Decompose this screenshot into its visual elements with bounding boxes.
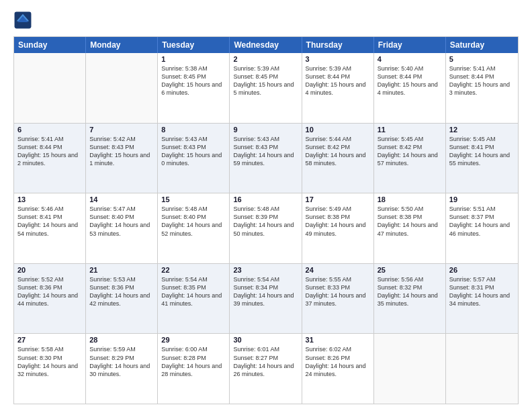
day-number: 28 [89, 336, 154, 344]
calendar-cell: 6Sunrise: 5:41 AM Sunset: 8:44 PM Daylig… [14, 124, 86, 193]
day-number: 7 [89, 126, 154, 134]
calendar-cell: 22Sunrise: 5:54 AM Sunset: 8:35 PM Dayli… [158, 264, 230, 334]
day-info: Sunrise: 5:59 AM Sunset: 8:29 PM Dayligh… [89, 345, 154, 378]
svg-rect-3 [17, 22, 28, 26]
day-number: 21 [89, 266, 154, 274]
day-number: 27 [17, 336, 82, 344]
calendar-cell: 26Sunrise: 5:57 AM Sunset: 8:31 PM Dayli… [446, 264, 518, 334]
day-number: 19 [449, 195, 515, 203]
calendar-cell: 13Sunrise: 5:46 AM Sunset: 8:41 PM Dayli… [14, 193, 86, 263]
day-info: Sunrise: 5:50 AM Sunset: 8:38 PM Dayligh… [378, 205, 442, 238]
day-info: Sunrise: 5:45 AM Sunset: 8:42 PM Dayligh… [378, 135, 442, 168]
logo [13, 11, 35, 30]
day-number: 6 [17, 126, 82, 134]
day-number: 25 [378, 266, 442, 274]
header-cell-tuesday: Tuesday [158, 37, 230, 53]
calendar-header: SundayMondayTuesdayWednesdayThursdayFrid… [14, 37, 518, 53]
day-number: 4 [378, 55, 442, 63]
day-number: 16 [233, 195, 298, 203]
day-info: Sunrise: 5:57 AM Sunset: 8:31 PM Dayligh… [449, 275, 515, 308]
day-info: Sunrise: 5:43 AM Sunset: 8:43 PM Dayligh… [161, 135, 226, 168]
day-number: 12 [449, 126, 515, 134]
day-info: Sunrise: 5:48 AM Sunset: 8:39 PM Dayligh… [233, 205, 298, 238]
day-info: Sunrise: 5:56 AM Sunset: 8:32 PM Dayligh… [378, 275, 442, 308]
calendar-cell [14, 53, 86, 123]
day-number: 23 [233, 266, 298, 274]
day-number: 20 [17, 266, 82, 274]
day-number: 29 [161, 336, 226, 344]
calendar-cell: 15Sunrise: 5:48 AM Sunset: 8:40 PM Dayli… [158, 193, 230, 263]
header-cell-thursday: Thursday [302, 37, 374, 53]
day-info: Sunrise: 5:39 AM Sunset: 8:45 PM Dayligh… [233, 64, 298, 97]
day-info: Sunrise: 5:53 AM Sunset: 8:36 PM Dayligh… [89, 275, 154, 308]
header-cell-monday: Monday [86, 37, 158, 53]
header-cell-saturday: Saturday [446, 37, 518, 53]
calendar-cell: 1Sunrise: 5:38 AM Sunset: 8:45 PM Daylig… [158, 53, 230, 123]
calendar-cell: 31Sunrise: 6:02 AM Sunset: 8:26 PM Dayli… [302, 334, 374, 404]
day-number: 24 [306, 266, 370, 274]
day-number: 18 [378, 195, 442, 203]
day-info: Sunrise: 5:42 AM Sunset: 8:43 PM Dayligh… [89, 135, 154, 168]
day-info: Sunrise: 5:48 AM Sunset: 8:40 PM Dayligh… [161, 205, 226, 238]
day-number: 3 [306, 55, 370, 63]
calendar-cell [374, 334, 446, 404]
day-info: Sunrise: 5:40 AM Sunset: 8:44 PM Dayligh… [378, 64, 442, 97]
day-number: 22 [161, 266, 226, 274]
calendar-cell: 29Sunrise: 6:00 AM Sunset: 8:28 PM Dayli… [158, 334, 230, 404]
day-info: Sunrise: 5:52 AM Sunset: 8:36 PM Dayligh… [17, 275, 82, 308]
calendar-cell: 12Sunrise: 5:45 AM Sunset: 8:41 PM Dayli… [446, 124, 518, 193]
calendar-cell: 24Sunrise: 5:55 AM Sunset: 8:33 PM Dayli… [302, 264, 374, 334]
calendar-cell: 25Sunrise: 5:56 AM Sunset: 8:32 PM Dayli… [374, 264, 446, 334]
calendar-cell: 4Sunrise: 5:40 AM Sunset: 8:44 PM Daylig… [374, 53, 446, 123]
day-info: Sunrise: 5:43 AM Sunset: 8:43 PM Dayligh… [233, 135, 298, 168]
day-number: 9 [233, 126, 298, 134]
calendar-cell [446, 334, 518, 404]
day-number: 1 [161, 55, 226, 63]
calendar-cell: 19Sunrise: 5:51 AM Sunset: 8:37 PM Dayli… [446, 193, 518, 263]
header-cell-wednesday: Wednesday [230, 37, 302, 53]
day-number: 11 [378, 126, 442, 134]
calendar-cell: 21Sunrise: 5:53 AM Sunset: 8:36 PM Dayli… [86, 264, 158, 334]
day-number: 30 [233, 336, 298, 344]
day-info: Sunrise: 5:38 AM Sunset: 8:45 PM Dayligh… [161, 64, 226, 97]
logo-icon [13, 11, 32, 30]
day-info: Sunrise: 5:41 AM Sunset: 8:44 PM Dayligh… [17, 135, 82, 168]
day-info: Sunrise: 6:02 AM Sunset: 8:26 PM Dayligh… [306, 345, 370, 378]
calendar-cell: 2Sunrise: 5:39 AM Sunset: 8:45 PM Daylig… [230, 53, 302, 123]
calendar-row: 27Sunrise: 5:58 AM Sunset: 8:30 PM Dayli… [14, 334, 518, 404]
calendar-cell: 18Sunrise: 5:50 AM Sunset: 8:38 PM Dayli… [374, 193, 446, 263]
calendar-cell: 30Sunrise: 6:01 AM Sunset: 8:27 PM Dayli… [230, 334, 302, 404]
header-cell-sunday: Sunday [14, 37, 86, 53]
calendar-cell: 7Sunrise: 5:42 AM Sunset: 8:43 PM Daylig… [86, 124, 158, 193]
calendar-cell: 14Sunrise: 5:47 AM Sunset: 8:40 PM Dayli… [86, 193, 158, 263]
day-number: 13 [17, 195, 82, 203]
day-info: Sunrise: 5:41 AM Sunset: 8:44 PM Dayligh… [449, 64, 515, 97]
calendar-cell: 9Sunrise: 5:43 AM Sunset: 8:43 PM Daylig… [230, 124, 302, 193]
day-number: 17 [306, 195, 370, 203]
calendar-cell: 27Sunrise: 5:58 AM Sunset: 8:30 PM Dayli… [14, 334, 86, 404]
day-info: Sunrise: 5:45 AM Sunset: 8:41 PM Dayligh… [449, 135, 515, 168]
calendar-cell: 23Sunrise: 5:54 AM Sunset: 8:34 PM Dayli… [230, 264, 302, 334]
day-info: Sunrise: 5:54 AM Sunset: 8:34 PM Dayligh… [233, 275, 298, 308]
day-info: Sunrise: 5:54 AM Sunset: 8:35 PM Dayligh… [161, 275, 226, 308]
day-number: 2 [233, 55, 298, 63]
calendar-cell: 11Sunrise: 5:45 AM Sunset: 8:42 PM Dayli… [374, 124, 446, 193]
day-info: Sunrise: 5:58 AM Sunset: 8:30 PM Dayligh… [17, 345, 82, 378]
calendar-cell: 28Sunrise: 5:59 AM Sunset: 8:29 PM Dayli… [86, 334, 158, 404]
calendar: SundayMondayTuesdayWednesdayThursdayFrid… [13, 36, 519, 404]
calendar-cell: 16Sunrise: 5:48 AM Sunset: 8:39 PM Dayli… [230, 193, 302, 263]
day-info: Sunrise: 5:46 AM Sunset: 8:41 PM Dayligh… [17, 205, 82, 238]
calendar-row: 13Sunrise: 5:46 AM Sunset: 8:41 PM Dayli… [14, 193, 518, 264]
header [13, 11, 519, 30]
day-info: Sunrise: 5:44 AM Sunset: 8:42 PM Dayligh… [306, 135, 370, 168]
day-number: 15 [161, 195, 226, 203]
calendar-cell: 3Sunrise: 5:39 AM Sunset: 8:44 PM Daylig… [302, 53, 374, 123]
calendar-cell [86, 53, 158, 123]
day-number: 8 [161, 126, 226, 134]
calendar-cell: 8Sunrise: 5:43 AM Sunset: 8:43 PM Daylig… [158, 124, 230, 193]
calendar-row: 20Sunrise: 5:52 AM Sunset: 8:36 PM Dayli… [14, 264, 518, 334]
day-number: 14 [89, 195, 154, 203]
day-info: Sunrise: 5:55 AM Sunset: 8:33 PM Dayligh… [306, 275, 370, 308]
header-cell-friday: Friday [374, 37, 446, 53]
day-info: Sunrise: 5:47 AM Sunset: 8:40 PM Dayligh… [89, 205, 154, 238]
